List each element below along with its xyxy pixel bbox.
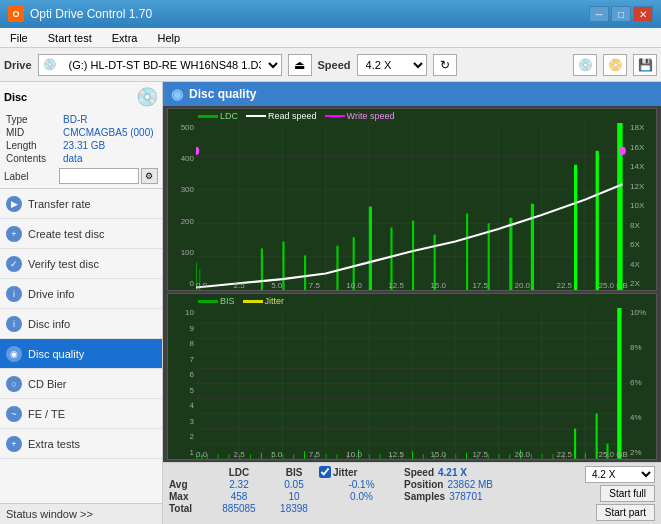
status-window-button[interactable]: Status window >> [0, 503, 162, 524]
x-label: 5.0 [271, 450, 282, 459]
sidebar-item-disc-info[interactable]: i Disc info [0, 309, 162, 339]
write-speed-legend-label: Write speed [347, 111, 395, 121]
disc-quality-title: Disc quality [189, 87, 256, 101]
x-label: 20.0 [514, 450, 530, 459]
sidebar-item-create-test-disc[interactable]: + Create test disc [0, 219, 162, 249]
menu-help[interactable]: Help [151, 31, 186, 45]
y-label: 2X [628, 279, 656, 288]
app-icon: O [8, 6, 24, 22]
y-axis-right-1: 18X 16X 14X 12X 10X 8X 6X 4X 2X [628, 123, 656, 290]
y-label: 8X [628, 221, 656, 230]
sidebar-item-label: Extra tests [28, 438, 80, 450]
svg-rect-26 [466, 214, 468, 291]
menu-start-test[interactable]: Start test [42, 31, 98, 45]
x-label: 12.5 [388, 281, 404, 290]
minimize-button[interactable]: ─ [589, 6, 609, 22]
eject-button[interactable]: ⏏ [288, 54, 312, 76]
maximize-button[interactable]: □ [611, 6, 631, 22]
y-label: 6% [628, 378, 656, 387]
sidebar-item-label: Create test disc [28, 228, 104, 240]
start-part-button[interactable]: Start part [596, 504, 655, 521]
window-title: Opti Drive Control 1.70 [30, 7, 152, 21]
y-label: 3 [168, 417, 196, 426]
x-label: 20.0 [514, 281, 530, 290]
sidebar: Disc 💿 Type BD-R MID CMCMAGBA5 (000) Len… [0, 82, 163, 524]
speed-selector-row: 4.2 X [585, 466, 655, 483]
disc-quality-icon: ◉ [6, 346, 22, 362]
sidebar-item-label: Drive info [28, 288, 74, 300]
y-label: 500 [168, 123, 196, 132]
disc-button1[interactable]: 💿 [573, 54, 597, 76]
disc-header-label: Disc [4, 91, 27, 103]
jitter-legend-item: Jitter [243, 296, 285, 306]
y-label: 2% [628, 448, 656, 457]
position-label: Position [404, 479, 443, 490]
speed-label: Speed [318, 59, 351, 71]
disc-info-panel: Disc 💿 Type BD-R MID CMCMAGBA5 (000) Len… [0, 82, 162, 189]
sidebar-item-transfer-rate[interactable]: ▶ Transfer rate [0, 189, 162, 219]
avg-ldc: 2.32 [209, 479, 269, 490]
close-button[interactable]: ✕ [633, 6, 653, 22]
jitter-checkbox[interactable] [319, 466, 331, 478]
y-label: 4X [628, 260, 656, 269]
sidebar-item-extra-tests[interactable]: + Extra tests [0, 429, 162, 459]
sidebar-item-fe-te[interactable]: ~ FE / TE [0, 399, 162, 429]
menu-file[interactable]: File [4, 31, 34, 45]
svg-point-34 [619, 147, 625, 155]
menu-extra[interactable]: Extra [106, 31, 144, 45]
label-input[interactable] [59, 168, 139, 184]
y-label: 10X [628, 201, 656, 210]
jitter-checkbox-container: Jitter [319, 466, 404, 478]
svg-rect-28 [509, 218, 512, 290]
refresh-button[interactable]: ↻ [433, 54, 457, 76]
table-row: Length 23.31 GB [6, 140, 156, 151]
avg-jitter: -0.1% [319, 479, 404, 490]
x-label: 25.0 GB [599, 281, 628, 290]
label-button[interactable]: ⚙ [141, 168, 158, 184]
start-full-button[interactable]: Start full [600, 485, 655, 502]
stats-right: 4.2 X Start full Start part [585, 466, 655, 521]
total-label: Total [169, 503, 209, 514]
sidebar-item-drive-info[interactable]: i Drive info [0, 279, 162, 309]
x-label: 2.5 [234, 281, 245, 290]
verify-test-disc-icon: ✓ [6, 256, 22, 272]
disc-button2[interactable]: 📀 [603, 54, 627, 76]
ldc-legend-label: LDC [220, 111, 238, 121]
drive-selector[interactable]: (G:) HL-DT-ST BD-RE WH16NS48 1.D3 [61, 55, 281, 75]
sidebar-item-disc-quality[interactable]: ◉ Disc quality [0, 339, 162, 369]
y-label: 6 [168, 370, 196, 379]
samples-value: 378701 [449, 491, 482, 502]
drive-label: Drive [4, 59, 32, 71]
type-value: BD-R [63, 114, 156, 125]
x-label: 7.5 [309, 450, 320, 459]
sidebar-item-cd-bier[interactable]: ○ CD Bier [0, 369, 162, 399]
y-label: 16X [628, 143, 656, 152]
quality-speed-selector[interactable]: 4.2 X [585, 466, 655, 483]
speed-col-value: 4.21 X [438, 467, 467, 478]
contents-value: data [63, 153, 156, 164]
y-label: 8% [628, 343, 656, 352]
speed-selector[interactable]: 4.2 X [357, 54, 427, 76]
sidebar-item-verify-test-disc[interactable]: ✓ Verify test disc [0, 249, 162, 279]
table-row: Contents data [6, 153, 156, 164]
save-button[interactable]: 💾 [633, 54, 657, 76]
read-speed-legend-item: Read speed [246, 111, 317, 121]
write-speed-legend-item: Write speed [325, 111, 395, 121]
cd-bier-icon: ○ [6, 376, 22, 392]
bis-legend-label: BIS [220, 296, 235, 306]
menu-bar: File Start test Extra Help [0, 28, 661, 48]
x-axis-1: 0.0 2.5 5.0 7.5 10.0 12.5 15.0 17.5 20.0… [196, 281, 628, 290]
x-label: 10.0 [346, 281, 362, 290]
x-label: 5.0 [271, 281, 282, 290]
chart2-svg [196, 308, 628, 459]
table-row: MID CMCMAGBA5 (000) [6, 127, 156, 138]
fe-te-icon: ~ [6, 406, 22, 422]
main-content: Disc 💿 Type BD-R MID CMCMAGBA5 (000) Len… [0, 82, 661, 524]
y-label: 10 [168, 308, 196, 317]
create-test-disc-icon: + [6, 226, 22, 242]
y-label: 2 [168, 432, 196, 441]
total-ldc: 885085 [209, 503, 269, 514]
y-label: 9 [168, 324, 196, 333]
x-label: 10.0 [346, 450, 362, 459]
y-label: 5 [168, 386, 196, 395]
